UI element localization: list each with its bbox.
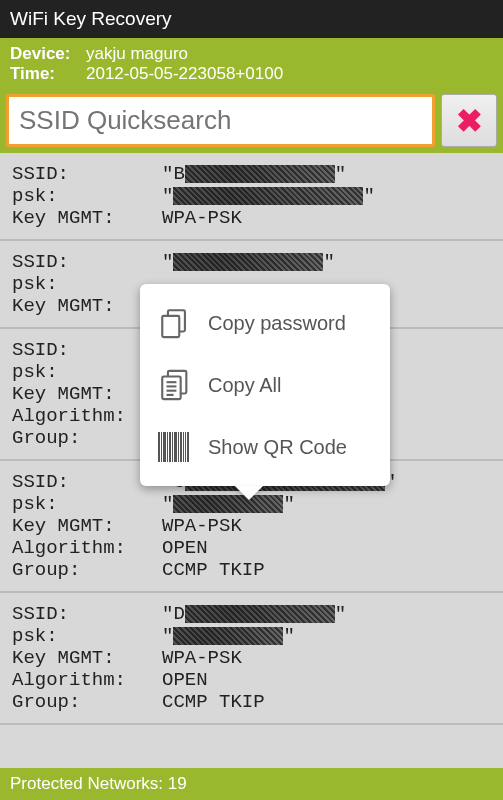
close-icon: ✖	[456, 102, 483, 140]
group-label: Group:	[12, 559, 162, 581]
show-qr-label: Show QR Code	[208, 436, 347, 459]
network-item[interactable]: SSID:"D" psk:"" Key MGMT:WPA-PSK Algorit…	[0, 593, 503, 725]
keymgmt-label: Key MGMT:	[12, 647, 162, 669]
search-row: ✖	[0, 90, 503, 153]
copy-password-label: Copy password	[208, 312, 346, 335]
time-value: 2012-05-05-223058+0100	[86, 64, 283, 84]
device-value: yakju maguro	[86, 44, 188, 64]
copy-all-item[interactable]: Copy All	[140, 354, 390, 416]
context-menu: Copy password Copy All Show QR Code	[140, 284, 390, 486]
clear-search-button[interactable]: ✖	[441, 94, 497, 147]
device-label: Device:	[10, 44, 74, 64]
copy-all-icon	[158, 368, 192, 402]
algorithm-value: OPEN	[162, 669, 208, 691]
show-qr-item[interactable]: Show QR Code	[140, 416, 390, 478]
time-label: Time:	[10, 64, 74, 84]
algorithm-label: Algorithm:	[12, 537, 162, 559]
footer-bar: Protected Networks: 19	[0, 768, 503, 800]
copy-password-item[interactable]: Copy password	[140, 292, 390, 354]
algorithm-value: OPEN	[162, 537, 208, 559]
ssid-label: SSID:	[12, 603, 162, 625]
header-info: Device: yakju maguro Time: 2012-05-05-22…	[0, 38, 503, 90]
keymgmt-value: WPA-PSK	[162, 647, 242, 669]
group-label: Group:	[12, 691, 162, 713]
keymgmt-label: Key MGMT:	[12, 207, 162, 229]
algorithm-label: Algorithm:	[12, 669, 162, 691]
app-title: WiFi Key Recovery	[10, 8, 172, 29]
svg-rect-1	[162, 316, 179, 337]
network-item[interactable]: SSID:"B" psk:"" Key MGMT:WPA-PSK	[0, 153, 503, 241]
footer-count: 19	[168, 774, 187, 793]
footer-label: Protected Networks:	[10, 774, 163, 793]
ssid-label: SSID:	[12, 163, 162, 185]
psk-label: psk:	[12, 185, 162, 207]
barcode-icon	[158, 430, 192, 464]
group-value: CCMP TKIP	[162, 559, 265, 581]
copy-password-icon	[158, 306, 192, 340]
keymgmt-value: WPA-PSK	[162, 515, 242, 537]
copy-all-label: Copy All	[208, 374, 281, 397]
title-bar: WiFi Key Recovery	[0, 0, 503, 38]
keymgmt-value: WPA-PSK	[162, 207, 242, 229]
search-input[interactable]	[6, 94, 435, 147]
keymgmt-label: Key MGMT:	[12, 515, 162, 537]
psk-label: psk:	[12, 493, 162, 515]
group-value: CCMP TKIP	[162, 691, 265, 713]
psk-label: psk:	[12, 625, 162, 647]
ssid-label: SSID:	[12, 251, 162, 273]
